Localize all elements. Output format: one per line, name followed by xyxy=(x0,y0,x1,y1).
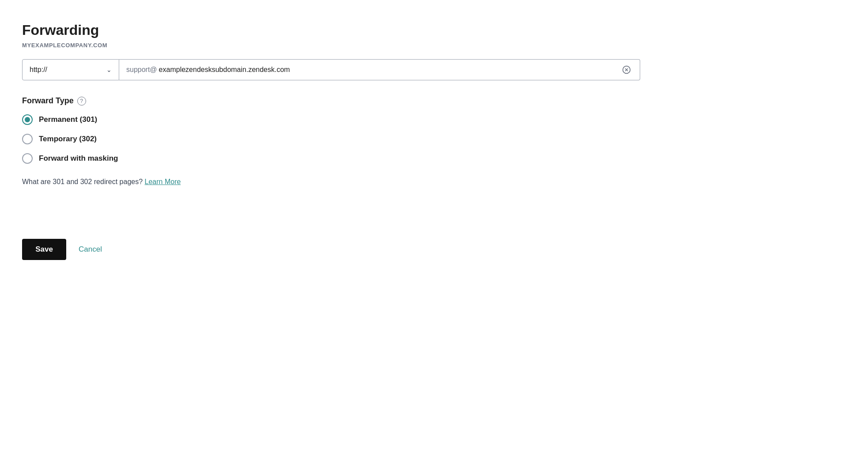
radio-temporary[interactable]: Temporary (302) xyxy=(22,134,846,144)
clear-button[interactable] xyxy=(620,64,633,76)
cancel-button[interactable]: Cancel xyxy=(79,239,102,260)
forward-type-section: Forward Type ? Permanent (301) Temporary… xyxy=(22,96,846,164)
url-input[interactable] xyxy=(159,66,620,74)
forward-type-label: Forward Type xyxy=(22,96,74,106)
url-row: http:// ⌄ support@ xyxy=(22,59,640,80)
radio-circle-temporary xyxy=(22,134,33,144)
redirect-info-text: What are 301 and 302 redirect pages? xyxy=(22,178,143,185)
learn-more-link[interactable]: Learn More xyxy=(145,178,181,185)
forward-type-header: Forward Type ? xyxy=(22,96,846,106)
radio-circle-masking xyxy=(22,153,33,164)
protocol-select[interactable]: http:// ⌄ xyxy=(22,59,119,80)
protocol-value: http:// xyxy=(30,66,47,74)
chevron-down-icon: ⌄ xyxy=(106,66,112,73)
radio-circle-permanent xyxy=(22,114,33,125)
radio-permanent[interactable]: Permanent (301) xyxy=(22,114,846,125)
radio-label-masking: Forward with masking xyxy=(39,154,118,163)
radio-masking[interactable]: Forward with masking xyxy=(22,153,846,164)
help-icon[interactable]: ? xyxy=(77,97,86,106)
url-prefix: support@ xyxy=(126,66,157,74)
radio-group: Permanent (301) Temporary (302) Forward … xyxy=(22,114,846,164)
domain-label: MYEXAMPLECOMPANY.COM xyxy=(22,42,846,49)
actions-row: Save Cancel xyxy=(22,239,846,260)
save-button[interactable]: Save xyxy=(22,239,66,260)
url-input-wrapper: support@ xyxy=(119,59,640,80)
radio-label-permanent: Permanent (301) xyxy=(39,115,97,124)
page-title: Forwarding xyxy=(22,22,846,38)
close-circle-icon xyxy=(622,65,631,74)
redirect-info: What are 301 and 302 redirect pages? Lea… xyxy=(22,178,846,186)
radio-label-temporary: Temporary (302) xyxy=(39,135,97,143)
